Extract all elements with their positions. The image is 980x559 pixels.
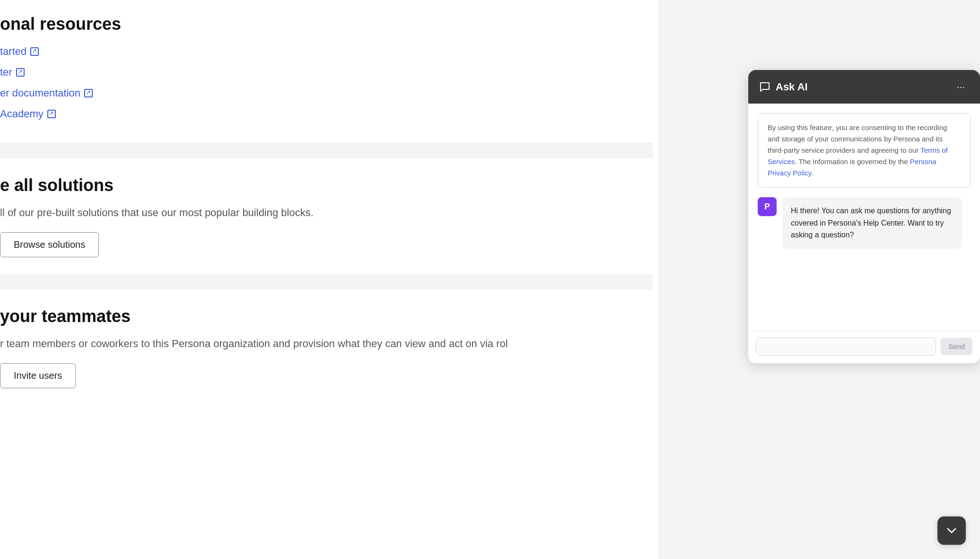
teammates-title: your teammates	[0, 306, 653, 326]
external-link-icon-2	[84, 89, 93, 97]
link-get-started[interactable]: tarted	[0, 45, 653, 58]
ask-ai-header-left: Ask AI	[760, 81, 808, 93]
chat-messages: P Hi there! You can ask me questions for…	[758, 197, 971, 322]
solutions-section: e all solutions ll of our pre-built solu…	[0, 158, 653, 274]
browse-solutions-button[interactable]: Browse solutions	[0, 232, 99, 257]
external-link-icon-1	[16, 68, 25, 77]
send-button[interactable]: Send	[941, 338, 972, 355]
chat-icon	[760, 82, 770, 92]
divider-band-2	[0, 274, 653, 289]
ask-ai-title: Ask AI	[776, 81, 808, 93]
consent-box: By using this feature, you are consentin…	[758, 113, 971, 188]
teammates-section: your teammates r team members or coworke…	[0, 289, 653, 405]
invite-users-button[interactable]: Invite users	[0, 363, 76, 388]
ask-ai-menu-button[interactable]: ···	[953, 79, 969, 94]
chat-message-0: P Hi there! You can ask me questions for…	[758, 197, 971, 249]
link-help-center[interactable]: ter	[0, 66, 653, 79]
ask-ai-header: Ask AI ···	[748, 70, 980, 104]
external-link-icon-3	[47, 110, 56, 118]
chevron-down-icon	[945, 524, 958, 537]
solutions-subtitle: ll of our pre-built solutions that use o…	[0, 207, 653, 219]
resources-section: onal resources tarted ter er documentati…	[0, 0, 653, 143]
ask-ai-body: By using this feature, you are consentin…	[748, 104, 980, 331]
solutions-title: e all solutions	[0, 175, 653, 195]
main-content: onal resources tarted ter er documentati…	[0, 0, 653, 559]
ask-ai-panel: Ask AI ··· By using this feature, you ar…	[748, 70, 980, 363]
ask-ai-input[interactable]	[756, 337, 936, 356]
consent-text-end: .	[811, 169, 813, 177]
persona-avatar: P	[758, 197, 777, 216]
consent-text-middle: . The information is governed by the	[795, 157, 910, 166]
scroll-down-button[interactable]	[937, 516, 966, 545]
ask-ai-input-area: Send	[748, 331, 980, 363]
external-link-icon-0	[30, 47, 39, 56]
teammates-subtitle: r team members or coworkers to this Pers…	[0, 338, 653, 350]
divider-band-1	[0, 143, 653, 158]
link-academy[interactable]: Academy	[0, 108, 653, 120]
resources-title: onal resources	[0, 14, 653, 34]
message-bubble-0: Hi there! You can ask me questions for a…	[782, 197, 962, 249]
link-developer-docs[interactable]: er documentation	[0, 87, 653, 99]
